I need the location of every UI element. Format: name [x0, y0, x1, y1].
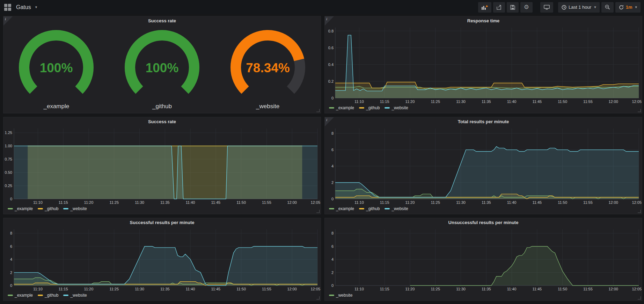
y-tick-label: 2 [10, 270, 12, 275]
legend-item[interactable]: _example [8, 206, 33, 211]
x-tick-label: 11:35 [482, 99, 491, 104]
legend-item[interactable]: _github [359, 206, 380, 211]
caret-down-icon[interactable]: ▾ [35, 5, 37, 9]
legend-item[interactable]: _website [63, 206, 87, 211]
y-tick-label: 0 [10, 197, 12, 201]
legend-item[interactable]: _website [385, 206, 408, 211]
x-tick-label: 11:30 [456, 287, 466, 291]
legend-label: _website [70, 293, 87, 298]
add-panel-button[interactable] [478, 2, 491, 13]
info-icon: i [326, 118, 327, 122]
panel-info-corner[interactable]: i [3, 16, 13, 25]
line-chart[interactable]: 00.250.500.751.001.2511:1011:1511:2011:2… [3, 126, 321, 205]
legend-item[interactable]: _example [329, 105, 354, 110]
legend-label: _github [45, 206, 58, 211]
legend-item[interactable]: _github [38, 293, 58, 298]
save-icon [510, 5, 515, 10]
legend-item[interactable]: _website [385, 105, 408, 110]
gauge: 78.34%_website [215, 26, 320, 110]
x-tick-label: 11:10 [33, 200, 43, 205]
x-tick-label: 11:20 [84, 200, 94, 205]
cycle-view-button[interactable] [540, 2, 553, 13]
panel-unsuccessful-results: Unsuccessful results per minute 0246811:… [324, 218, 642, 301]
top-navbar: Gatus ▾ ⚙ [0, 0, 644, 14]
x-tick-label: 11:30 [135, 287, 144, 291]
x-tick-label: 11:20 [405, 287, 415, 291]
legend-item[interactable]: _github [38, 206, 58, 211]
x-tick-label: 11:25 [431, 99, 440, 104]
panel-title[interactable]: Unsuccessful results per minute [325, 218, 642, 227]
legend-item[interactable]: _website [63, 293, 87, 298]
panel-info-corner[interactable]: i [325, 16, 334, 25]
line-chart[interactable]: 00.20.40.60.811:1011:1511:2011:2511:3011… [325, 25, 642, 104]
share-button[interactable] [493, 2, 505, 13]
caret-down-icon: ▾ [635, 5, 637, 9]
x-tick-label: 12:00 [287, 200, 297, 205]
panel-resize-handle[interactable] [638, 210, 641, 213]
line-chart[interactable]: 0246811:1011:1511:2011:2511:3011:3511:40… [325, 227, 642, 291]
x-tick-label: 11:55 [583, 287, 593, 291]
gauge-label: _example [43, 103, 69, 110]
line-chart[interactable]: 0246811:1011:1511:2011:2511:3011:3511:40… [3, 227, 321, 291]
gauge: 100%_github [110, 26, 214, 110]
legend-item[interactable]: _example [8, 293, 33, 298]
panel-title[interactable]: Response time [325, 16, 642, 25]
dashboard-title[interactable]: Gatus [16, 4, 31, 10]
apps-grid-icon[interactable] [4, 4, 11, 11]
panel-resize-handle[interactable] [316, 210, 320, 213]
x-tick-label: 12:05 [632, 287, 642, 291]
zoom-out-button[interactable] [601, 2, 614, 13]
x-tick-label: 12:00 [608, 200, 618, 205]
legend-swatch-icon [329, 107, 334, 109]
series [14, 246, 317, 286]
y-tick-label: 0.25 [5, 184, 12, 188]
x-tick-label: 11:50 [236, 200, 246, 205]
legend-label: _website [391, 206, 408, 211]
y-tick-label: 8 [331, 131, 334, 135]
x-tick-label: 11:25 [109, 287, 119, 291]
panel-title[interactable]: Successful results per minute [3, 218, 321, 227]
save-button[interactable] [507, 2, 519, 13]
x-tick-label: 12:00 [608, 99, 618, 104]
y-tick-label: 0 [331, 96, 334, 100]
x-tick-label: 12:05 [632, 200, 642, 205]
x-tick-label: 11:55 [583, 200, 593, 205]
x-tick-label: 11:10 [354, 200, 364, 205]
refresh-button[interactable]: 1m ▾ [615, 2, 641, 13]
gauge-value: 100% [146, 61, 179, 75]
y-tick-label: 0.50 [5, 170, 12, 175]
panel-resize-handle[interactable] [638, 109, 641, 112]
panel-title[interactable]: Success rate [3, 117, 321, 126]
legend-label: _website [70, 206, 87, 211]
panel-title[interactable]: Success rate [3, 16, 321, 25]
y-tick-label: 8 [10, 231, 12, 235]
gauge-arc: 78.34% [222, 26, 313, 100]
axis-labels: 0246811:1011:1511:2011:2511:3011:3511:40… [331, 231, 642, 291]
legend-item[interactable]: _example [329, 206, 354, 211]
line-chart[interactable]: 0246811:1011:1511:2011:2511:3011:3511:40… [325, 126, 642, 205]
panel-resize-handle[interactable] [316, 109, 320, 112]
panel-resize-handle[interactable] [316, 296, 320, 299]
x-tick-label: 11:25 [431, 287, 440, 291]
x-tick-label: 12:05 [310, 200, 320, 205]
legend-item[interactable]: _website [329, 293, 352, 298]
x-tick-label: 11:40 [507, 287, 517, 291]
series [410, 246, 639, 286]
legend-item[interactable]: _github [359, 105, 380, 110]
panel-title[interactable]: Total results per minute [325, 117, 642, 126]
time-range-picker[interactable]: Last 1 hour ▾ [558, 2, 600, 13]
x-tick-label: 12:05 [632, 99, 642, 104]
panel-resize-handle[interactable] [638, 296, 641, 299]
x-tick-label: 11:15 [380, 287, 389, 291]
panel-info-corner[interactable]: i [325, 117, 334, 126]
x-tick-label: 11:20 [405, 99, 415, 104]
caret-down-icon: ▾ [594, 5, 596, 9]
x-tick-label: 11:45 [211, 287, 221, 291]
time-range-label: Last 1 hour [569, 5, 591, 10]
y-tick-label: 0.6 [328, 46, 334, 50]
legend-swatch-icon [8, 295, 13, 296]
settings-button[interactable]: ⚙ [520, 2, 533, 13]
x-tick-label: 11:15 [59, 287, 68, 291]
legend-swatch-icon [63, 295, 68, 296]
legend-label: _github [366, 105, 380, 110]
